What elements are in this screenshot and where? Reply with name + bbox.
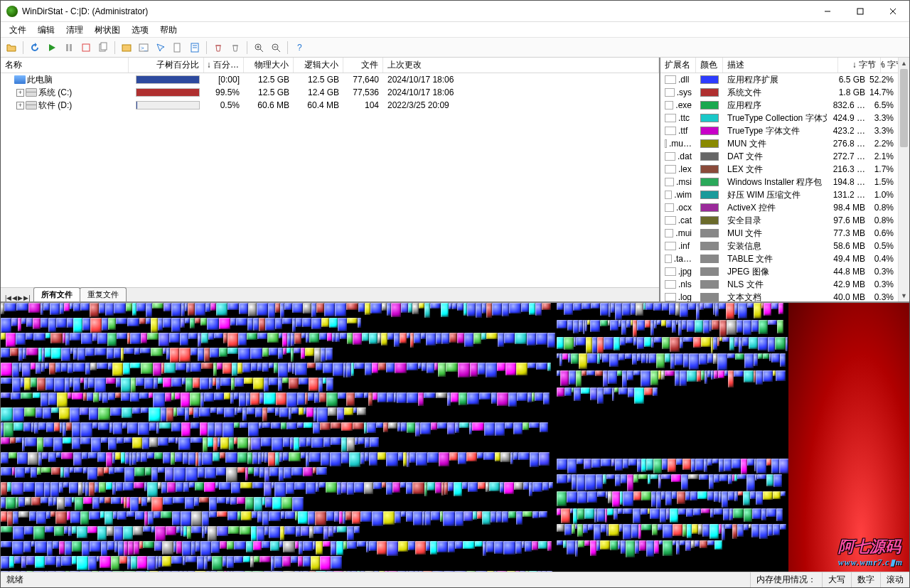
tab-last-icon[interactable]: ▶|: [23, 294, 30, 301]
zoom-out-icon[interactable]: [268, 40, 284, 55]
tab-duplicate-files[interactable]: 重复文件: [80, 287, 127, 301]
file-icon: [665, 191, 672, 199]
select-icon[interactable]: [153, 40, 168, 55]
col-logical[interactable]: 逻辑大小: [294, 58, 343, 73]
color-swatch: [700, 127, 719, 135]
file-icon: [665, 203, 674, 212]
ext-row[interactable]: .lexLEX 文件216.3 …1.7%: [660, 163, 898, 176]
tab-first-icon[interactable]: |◀: [5, 294, 11, 301]
menu-file[interactable]: 文件: [4, 22, 32, 37]
tab-strip: |◀ ◀ ▶ ▶| 所有文件 重复文件: [1, 287, 659, 301]
statusbar: 就绪 内存使用情况： 大写 数字 滚动: [1, 572, 909, 587]
ext-scrollbar[interactable]: ▲ ▼: [898, 58, 909, 301]
ext-row[interactable]: .log文本文档40.0 MB0.3%: [660, 291, 898, 301]
color-swatch: [700, 293, 719, 301]
expand-icon[interactable]: +: [16, 89, 24, 97]
col-files[interactable]: 文件: [343, 58, 383, 73]
treemap-view[interactable]: [1, 303, 909, 572]
menu-treemap[interactable]: 树状图: [89, 22, 126, 37]
scroll-up-icon[interactable]: ▲: [899, 58, 909, 69]
col-name[interactable]: 名称: [1, 58, 129, 73]
file-icon: [665, 152, 675, 161]
tab-next-icon[interactable]: ▶: [18, 294, 23, 301]
tree-row[interactable]: +系统 (C:)99.5%12.5 GB12.4 GB77,5362024/10…: [1, 86, 659, 99]
copy-path-icon[interactable]: [170, 40, 186, 55]
upper-panels: 名称 子树百分比 ↓ 百分… 物理大小 逻辑大小 文件 上次更改 此电脑[0:0…: [1, 58, 909, 303]
file-icon: [665, 229, 673, 237]
refresh-icon[interactable]: [27, 40, 43, 55]
tab-prev-icon[interactable]: ◀: [12, 294, 17, 301]
ext-row[interactable]: .ttcTrueType Collection 字体文…424.9 …3.3%: [660, 112, 898, 124]
minimize-button[interactable]: [811, 1, 844, 22]
tree-item-label: 系统 (C:): [38, 87, 72, 99]
play-icon[interactable]: [44, 40, 60, 55]
col-subtree-pct[interactable]: 子树百分比: [129, 58, 204, 73]
scroll-down-icon[interactable]: ▼: [899, 290, 909, 301]
ext-row[interactable]: .ttfTrueType 字体文件423.2 …3.3%: [660, 124, 898, 137]
ext-row[interactable]: .muiMUI 文件77.3 MB0.6%: [660, 227, 898, 240]
help-icon[interactable]: ?: [291, 40, 307, 55]
tree-body[interactable]: 此电脑[0:00]12.5 GB12.5 GB77,6402024/10/17 …: [1, 73, 659, 287]
content-area: 名称 子树百分比 ↓ 百分… 物理大小 逻辑大小 文件 上次更改 此电脑[0:0…: [1, 58, 909, 572]
cmd-icon[interactable]: >_: [136, 40, 151, 55]
pause-icon[interactable]: [61, 40, 77, 55]
status-scroll: 滚动: [880, 572, 909, 587]
ext-row[interactable]: .exe应用程序832.6 …6.5%: [660, 99, 898, 112]
col-ext[interactable]: 扩展名: [660, 58, 696, 73]
open-icon[interactable]: [4, 40, 19, 55]
scroll-thumb[interactable]: [900, 69, 908, 147]
recycle-icon[interactable]: [210, 40, 226, 55]
color-swatch: [700, 280, 719, 289]
file-icon: [665, 139, 667, 148]
ext-row[interactable]: .sys系统文件1.8 GB14.7%: [660, 86, 898, 99]
color-swatch: [700, 229, 719, 237]
properties-icon[interactable]: [187, 40, 203, 55]
col-desc[interactable]: 描述: [723, 58, 838, 73]
file-icon: [665, 88, 675, 97]
ext-row[interactable]: .wim好压 WIM 压缩文件131.2 …1.0%: [660, 188, 898, 201]
ext-row[interactable]: .cat安全目录97.6 MB0.8%: [660, 214, 898, 227]
col-color[interactable]: 颜色: [696, 58, 723, 73]
explorer-icon[interactable]: [119, 40, 134, 55]
separator: [23, 41, 23, 54]
ext-row[interactable]: .ta…TABLE 文件49.4 MB0.4%: [660, 252, 898, 265]
copy-icon[interactable]: [95, 40, 111, 55]
col-modified[interactable]: 上次更改: [383, 58, 659, 73]
ext-row[interactable]: .nlsNLS 文件42.9 MB0.3%: [660, 278, 898, 291]
col-pct[interactable]: ↓ 百分…: [204, 58, 244, 73]
close-button[interactable]: [877, 1, 909, 22]
tree-item-label: 此电脑: [27, 74, 53, 86]
ext-row[interactable]: .datDAT 文件272.7 …2.1%: [660, 150, 898, 163]
ext-row[interactable]: .ocxActiveX 控件98.4 MB0.8%: [660, 201, 898, 214]
color-swatch: [700, 152, 719, 161]
menu-cleanup[interactable]: 清理: [60, 22, 89, 37]
file-icon: [665, 165, 676, 173]
window-title: WinDirStat - C:|D: (Administrator): [22, 6, 811, 16]
expand-icon[interactable]: +: [16, 102, 24, 109]
status-mem: 内存使用情况：: [750, 572, 822, 587]
directory-tree-panel: 名称 子树百分比 ↓ 百分… 物理大小 逻辑大小 文件 上次更改 此电脑[0:0…: [1, 58, 660, 301]
svg-rect-5: [70, 44, 72, 51]
ext-row[interactable]: .mu…MUN 文件276.8 …2.2%: [660, 137, 898, 150]
ext-row[interactable]: .dll应用程序扩展6.5 GB52.2%: [660, 73, 898, 86]
stop-icon[interactable]: [78, 40, 94, 55]
ext-row[interactable]: .msiWindows Installer 程序包194.8 …1.5%: [660, 176, 898, 188]
ext-body[interactable]: .dll应用程序扩展6.5 GB52.2%.sys系统文件1.8 GB14.7%…: [660, 73, 909, 301]
color-swatch: [700, 216, 719, 225]
maximize-button[interactable]: [844, 1, 877, 22]
delete-icon[interactable]: [228, 40, 243, 55]
menu-help[interactable]: 帮助: [154, 22, 183, 37]
file-icon: [665, 75, 676, 84]
color-swatch: [700, 101, 719, 109]
menu-options[interactable]: 选项: [126, 22, 154, 37]
ext-row[interactable]: .inf安装信息58.6 MB0.5%: [660, 240, 898, 252]
tab-all-files[interactable]: 所有文件: [33, 287, 80, 301]
ext-row[interactable]: .jpgJPEG 图像44.8 MB0.3%: [660, 265, 898, 278]
zoom-in-icon[interactable]: [251, 40, 267, 55]
col-bytes[interactable]: ↓ 字节: [838, 58, 881, 73]
titlebar[interactable]: WinDirStat - C:|D: (Administrator): [1, 1, 909, 22]
tree-row[interactable]: 此电脑[0:00]12.5 GB12.5 GB77,6402024/10/17 …: [1, 73, 659, 86]
col-physical[interactable]: 物理大小: [244, 58, 294, 73]
menu-edit[interactable]: 编辑: [32, 22, 60, 37]
tree-row[interactable]: +软件 (D:)0.5%60.6 MB60.4 MB1042022/3/25 2…: [1, 99, 659, 112]
